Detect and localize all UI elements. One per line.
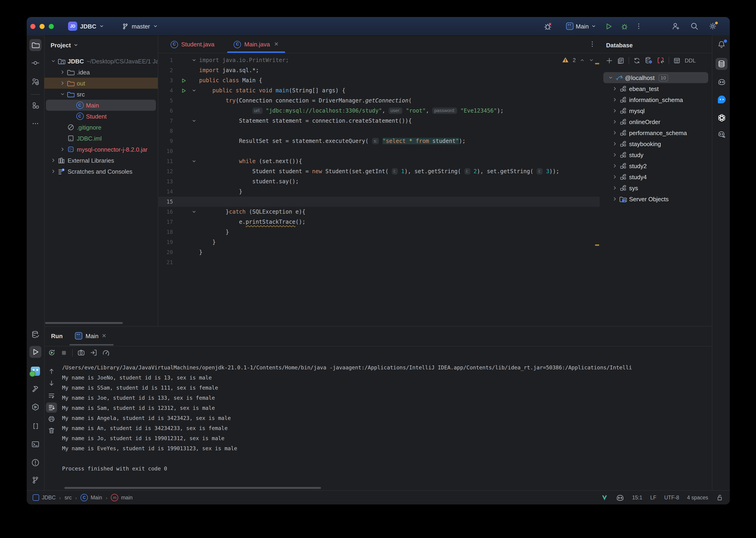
scroll-end-button[interactable] [46, 403, 57, 412]
warning-stripe-mark[interactable] [595, 63, 599, 64]
indent-setting[interactable]: 4 spaces [687, 495, 708, 500]
code-line-15[interactable]: 15 [158, 197, 599, 207]
line-number[interactable]: 2 [158, 65, 178, 75]
chevron-right-icon[interactable] [611, 97, 618, 102]
close-window-button[interactable] [31, 24, 35, 29]
project-horizontal-scrollbar[interactable] [45, 322, 123, 324]
tool-stripe-git-branch-icon[interactable] [30, 474, 41, 486]
breadcrumb-item-jdbc[interactable]: JDBC [32, 494, 56, 501]
line-number[interactable]: 12 [158, 166, 178, 177]
code-with-me-button[interactable] [672, 22, 680, 30]
code-line-13[interactable]: 13 student.say(); [158, 177, 599, 187]
line-number[interactable]: 13 [158, 177, 178, 187]
run-line-icon[interactable] [178, 85, 189, 95]
code-line-7[interactable]: 7 Statement statement = connection.creat… [158, 116, 599, 126]
stop-button[interactable] [60, 349, 68, 356]
line-number[interactable]: 16 [158, 207, 178, 217]
tool-stripe-problems-icon[interactable] [30, 457, 41, 469]
maximize-window-button[interactable] [49, 24, 54, 29]
code-line-6[interactable]: 6 url: "jdbc:mysql://localhost:3306/stud… [158, 106, 599, 116]
database-connection-localhost[interactable]: @localhost10 [603, 72, 708, 83]
chevron-up-icon[interactable] [579, 57, 585, 63]
project-tree-item-out[interactable]: out [44, 78, 158, 89]
tool-stripe-play-tool-icon[interactable] [30, 346, 41, 358]
project-tree-item-src[interactable]: src [44, 89, 158, 100]
run-line-icon[interactable] [178, 75, 189, 85]
rerun-button[interactable] [48, 349, 56, 356]
schema-item-study4[interactable]: study4 [599, 171, 712, 183]
soft-wrap-button[interactable] [46, 391, 57, 401]
code-editor[interactable]: 1import java.io.PrintWriter;2import java… [158, 53, 599, 326]
breadcrumb-item-main[interactable]: mmain [111, 494, 133, 501]
chevron-right-icon[interactable] [50, 169, 57, 174]
code-line-18[interactable]: 18 } [158, 227, 599, 237]
db-settings-icon[interactable] [645, 57, 653, 64]
file-encoding[interactable]: UTF-8 [664, 495, 679, 500]
lock-open-icon[interactable] [716, 494, 724, 501]
code-line-4[interactable]: 4 public static void main(String[] args)… [158, 85, 599, 95]
tool-stripe-chat-icon[interactable] [716, 93, 727, 105]
code-line-17[interactable]: 17 e.printStackTrace(); [158, 217, 599, 227]
line-ending[interactable]: LF [650, 495, 657, 500]
chevron-right-icon[interactable] [611, 163, 618, 169]
chevron-right-icon[interactable] [611, 152, 618, 158]
chevron-right-icon[interactable] [611, 174, 618, 180]
tool-stripe-openai-icon[interactable] [716, 112, 727, 124]
schema-item-sys[interactable]: sys [599, 183, 712, 193]
chevron-right-icon[interactable] [611, 196, 618, 202]
chevron-right-icon[interactable] [611, 141, 618, 146]
caret-position[interactable]: 15:1 [632, 495, 642, 500]
chevron-right-icon[interactable] [611, 130, 618, 135]
search-everywhere-button[interactable] [690, 22, 699, 30]
project-tree-item-mysql-connector-j-8-2-0-jar[interactable]: mysql-connector-j-8.2.0.jar [44, 144, 158, 155]
project-tree-item-jdbc[interactable]: JDBC~/Desktop/CS/JavaEE/1 Jav [44, 56, 158, 67]
tool-stripe-copilot-chat-icon[interactable] [716, 128, 727, 140]
schema-item-mysql[interactable]: mysql [599, 105, 712, 116]
code-line-9[interactable]: 9 ResultSet set = statement.executeQuery… [158, 136, 599, 146]
fold-chevron-icon[interactable] [189, 116, 199, 126]
line-number[interactable]: 18 [158, 227, 178, 237]
code-line-10[interactable]: 10 [158, 146, 599, 156]
chevron-right-icon[interactable] [50, 158, 57, 163]
project-tree-item-scratches-and-consoles[interactable]: Scratches and Consoles [44, 166, 158, 177]
code-line-1[interactable]: 1import java.io.PrintWriter; [158, 55, 599, 65]
tool-stripe-folder-tool-icon[interactable] [30, 39, 41, 51]
line-number[interactable]: 14 [158, 187, 178, 197]
tool-stripe-more-horizontal-icon[interactable] [30, 118, 41, 130]
project-tree-item--gitignore[interactable]: .gitignore [44, 122, 158, 133]
traffic-lights[interactable] [31, 24, 54, 29]
project-tree-item-external-libraries[interactable]: External Libraries [44, 155, 158, 166]
tool-stripe-terminal-icon[interactable] [30, 438, 41, 450]
server-objects-item[interactable]: Server Objects [599, 193, 712, 204]
line-number[interactable]: 10 [158, 146, 178, 156]
line-number[interactable]: 3 [158, 75, 178, 85]
copy-stack-icon[interactable] [617, 57, 624, 64]
fold-chevron-icon[interactable] [189, 207, 199, 217]
warning-stripe-mark[interactable] [595, 244, 599, 246]
chevron-right-icon[interactable] [59, 81, 66, 86]
schema-item-study2[interactable]: study2 [599, 160, 712, 171]
project-tree-item-jdbc-iml[interactable]: JDBC.iml [44, 133, 158, 144]
tool-stripe-structure-icon[interactable] [30, 99, 41, 111]
chevron-right-icon[interactable] [611, 185, 618, 191]
camera-button[interactable] [77, 349, 85, 356]
code-line-8[interactable]: 8 [158, 126, 599, 136]
line-number[interactable]: 20 [158, 247, 178, 257]
code-line-3[interactable]: 3public class Main { [158, 75, 599, 85]
refresh-icon[interactable] [633, 57, 641, 64]
fold-chevron-icon[interactable] [189, 156, 199, 166]
chevron-right-icon[interactable] [611, 119, 618, 125]
arrow-down-button[interactable] [46, 378, 57, 388]
chevron-right-icon[interactable] [59, 146, 66, 152]
code-line-21[interactable]: 21 [158, 257, 599, 267]
v-plugin-icon[interactable] [601, 494, 608, 501]
tool-stripe-notifications-bell-icon[interactable] [716, 38, 727, 51]
editor-tab-main-java[interactable]: CMain.java✕ [227, 35, 285, 53]
tool-stripe-services-icon[interactable] [30, 401, 41, 413]
project-widget[interactable]: JD JDBC master [68, 17, 158, 35]
chevron-down-icon[interactable] [59, 91, 66, 97]
console-output[interactable]: /Users/eve/Library/Java/JavaVirtualMachi… [62, 362, 712, 487]
tool-stripe-database-icon[interactable] [716, 58, 727, 70]
tool-stripe-pull-request-icon[interactable] [30, 76, 41, 88]
chevron-right-icon[interactable] [611, 108, 618, 114]
